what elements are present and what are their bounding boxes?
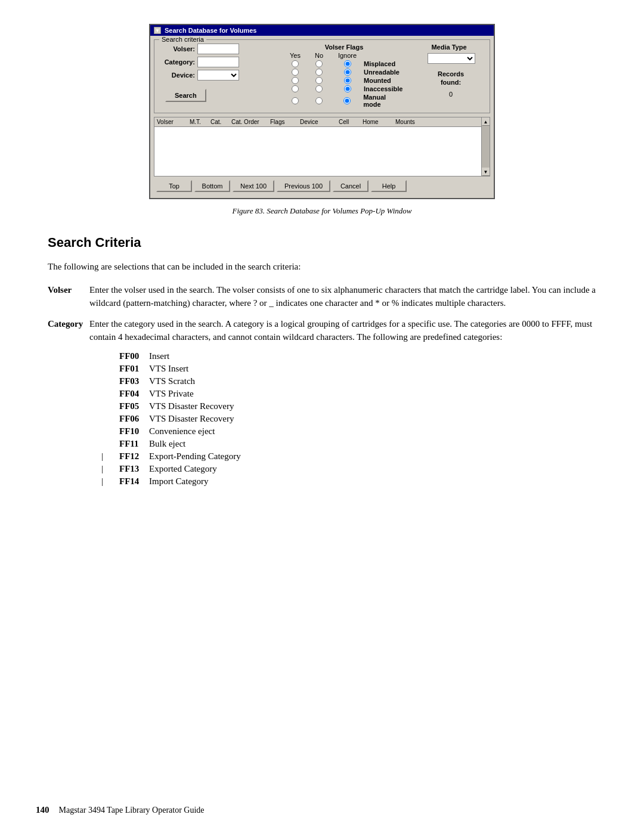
code-ff01: FF01 <box>119 364 149 374</box>
manual-mode-flag-row: Manual mode <box>283 94 405 108</box>
search-database-dialog: ▼ Search Database for Volumes Search cri… <box>149 24 495 199</box>
code-ff06: FF06 <box>119 414 149 424</box>
val-ff13: Exported Category <box>149 464 217 474</box>
results-header: Volser M.T. Cat. Cat. Order Flags Device… <box>154 117 490 127</box>
cat-ff04: FF04 VTS Private <box>119 389 596 399</box>
device-field-row: Device: <box>159 70 278 80</box>
col-cat: Cat. <box>208 119 229 125</box>
page-number: 140 <box>36 805 49 815</box>
next-100-button[interactable]: Next 100 <box>233 180 274 192</box>
scroll-down-arrow[interactable]: ▼ <box>482 168 490 176</box>
cat-ff13: FF13 Exported Category <box>119 464 596 474</box>
media-type-title: Media Type <box>431 44 466 51</box>
category-desc: Enter the category used in the search. A… <box>89 317 596 344</box>
help-button[interactable]: Help <box>371 180 407 192</box>
val-ff04: VTS Private <box>149 389 194 399</box>
category-field-row: Category: <box>159 57 278 67</box>
cancel-button[interactable]: Cancel <box>333 180 369 192</box>
col-cat-order: Cat. Order <box>229 119 268 125</box>
mounted-flag-row: Mounted <box>283 77 405 84</box>
right-section: Media Type Records found: 0 <box>413 44 485 108</box>
mounted-yes-radio[interactable] <box>292 77 299 84</box>
col-flags: Flags <box>268 119 298 125</box>
mounted-label: Mounted <box>364 77 391 84</box>
inaccessible-flag-row: Inaccessible <box>283 85 405 92</box>
cat-ff12: FF12 Export-Pending Category <box>119 451 596 462</box>
top-button[interactable]: Top <box>156 180 192 192</box>
misplaced-no-radio[interactable] <box>315 60 323 67</box>
search-button-area: Search <box>159 84 278 102</box>
ignore-col-header: Ignore <box>331 52 364 59</box>
category-section: Category Enter the category used in the … <box>48 317 596 487</box>
inaccessible-no-radio[interactable] <box>315 85 323 92</box>
inaccessible-ignore-radio[interactable] <box>344 85 351 92</box>
volser-flags-title: Volser Flags <box>325 44 364 51</box>
val-ff11: Bulk eject <box>149 439 185 449</box>
bottom-button[interactable]: Bottom <box>194 180 230 192</box>
volser-term: Volser <box>48 283 89 310</box>
inaccessible-label: Inaccessible <box>364 85 402 92</box>
footer-text: Magstar 3494 Tape Library Operator Guide <box>59 806 205 815</box>
val-ff01: VTS Insert <box>149 364 188 374</box>
criteria-fields: Volser: Category: Device: <box>159 44 278 108</box>
dialog-title: Search Database for Volumes <box>165 27 256 34</box>
code-ff13: FF13 <box>119 464 149 474</box>
volser-desc: Enter the volser used in the search. The… <box>89 283 596 310</box>
scroll-up-arrow[interactable]: ▲ <box>482 117 490 126</box>
mounted-ignore-radio[interactable] <box>344 77 351 84</box>
page-footer: 140 Magstar 3494 Tape Library Operator G… <box>36 805 608 815</box>
category-table: FF00 Insert FF01 VTS Insert FF03 VTS Scr… <box>119 351 596 487</box>
dialog-system-icon: ▼ <box>154 27 161 34</box>
mounted-no-radio[interactable] <box>315 77 323 84</box>
val-ff10: Convenience eject <box>149 426 215 436</box>
val-ff05: VTS Disaster Recovery <box>149 401 234 411</box>
misplaced-ignore-radio[interactable] <box>344 60 351 67</box>
code-ff00: FF00 <box>119 351 149 361</box>
col-cell: Cell <box>336 119 360 125</box>
figure-caption: Figure 83. Search Database for Volumes P… <box>36 206 608 216</box>
col-device: Device <box>298 119 336 125</box>
cat-ff06: FF06 VTS Disaster Recovery <box>119 414 596 424</box>
scroll-track <box>482 126 490 168</box>
definition-list: Volser Enter the volser used in the sear… <box>48 283 596 310</box>
inaccessible-yes-radio[interactable] <box>292 85 299 92</box>
category-definition: Category Enter the category used in the … <box>48 317 596 344</box>
volser-flags-section: Volser Flags Yes No Ignore <box>283 44 405 108</box>
search-criteria-group: Search criteria Volser: Category: <box>154 39 490 113</box>
dialog-body: Search criteria Volser: Category: <box>150 36 494 198</box>
volser-field-row: Volser: <box>159 44 278 54</box>
cat-ff01: FF01 VTS Insert <box>119 364 596 374</box>
misplaced-yes-radio[interactable] <box>292 60 299 67</box>
results-scroll-area: Volser M.T. Cat. Cat. Order Flags Device… <box>154 117 490 176</box>
search-button[interactable]: Search <box>165 89 206 102</box>
records-count: 0 <box>449 91 453 98</box>
code-ff10: FF10 <box>119 426 149 436</box>
device-select[interactable] <box>197 70 239 80</box>
intro-paragraph: The following are selections that can be… <box>48 260 596 274</box>
media-type-select[interactable] <box>428 53 475 64</box>
val-ff14: Import Category <box>149 476 209 487</box>
scrollbar[interactable]: ▲ ▼ <box>481 117 490 176</box>
unreadable-ignore-radio[interactable] <box>344 69 351 76</box>
code-ff04: FF04 <box>119 389 149 399</box>
cat-ff05: FF05 VTS Disaster Recovery <box>119 401 596 411</box>
col-mt: M.T. <box>187 119 208 125</box>
volser-input[interactable] <box>197 44 239 54</box>
category-label: Category: <box>159 58 195 66</box>
cat-ff10: FF10 Convenience eject <box>119 426 596 436</box>
manual-no-radio[interactable] <box>315 97 323 104</box>
unreadable-no-radio[interactable] <box>315 69 323 76</box>
manual-ignore-radio[interactable] <box>343 97 351 104</box>
device-label: Device: <box>159 72 195 79</box>
manual-mode-label: Manual mode <box>363 94 405 108</box>
criteria-layout: Volser: Category: Device: <box>159 44 485 108</box>
unreadable-yes-radio[interactable] <box>292 69 299 76</box>
misplaced-label: Misplaced <box>364 60 395 67</box>
code-ff05: FF05 <box>119 401 149 411</box>
previous-100-button[interactable]: Previous 100 <box>277 180 330 192</box>
unreadable-flag-row: Unreadable <box>283 69 405 76</box>
dialog-titlebar: ▼ Search Database for Volumes <box>150 25 494 36</box>
flags-col-headers: Yes No Ignore <box>283 52 405 59</box>
manual-yes-radio[interactable] <box>292 97 299 104</box>
category-input[interactable] <box>197 57 239 67</box>
